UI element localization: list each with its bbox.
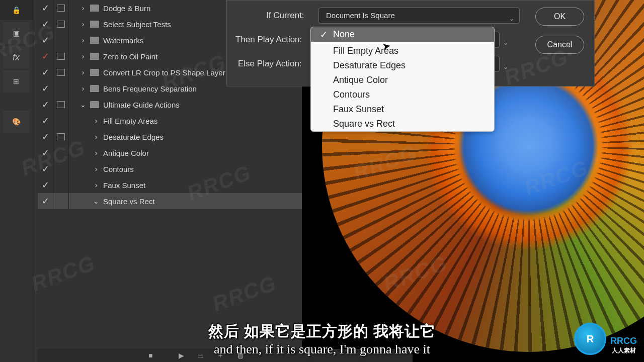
if-current-label: If Current: xyxy=(266,11,304,21)
folder-icon xyxy=(90,21,99,28)
expand-toggle[interactable]: › xyxy=(69,80,90,97)
dropdown-item-label: Faux Sunset xyxy=(333,104,384,114)
folder-icon xyxy=(90,85,99,92)
expand-toggle[interactable]: › xyxy=(69,16,90,32)
then-dropdown-open: ✓ None Fill Empty Areas Desaturate Edges… xyxy=(310,27,495,132)
artboards-icon[interactable]: ▣ xyxy=(3,22,29,44)
toggle-dialog[interactable] xyxy=(53,129,69,145)
stop-icon[interactable]: ■ xyxy=(148,351,152,359)
action-row[interactable]: ✓ › Antique Color xyxy=(38,145,302,161)
dropdown-item-label: None xyxy=(333,29,355,39)
toggle-check[interactable]: ✓ xyxy=(38,16,53,32)
toggle-dialog[interactable] xyxy=(53,48,69,64)
toggle-check[interactable]: ✓ xyxy=(38,129,53,145)
chevron-down-icon: ⌄ xyxy=(503,35,508,50)
toggle-check[interactable]: ✓ xyxy=(38,161,53,177)
toggle-dialog[interactable] xyxy=(53,177,69,193)
folder-icon xyxy=(90,101,99,108)
dropdown-item[interactable]: Desaturate Edges xyxy=(311,58,494,73)
action-label: Zero to Oil Paint xyxy=(103,52,157,61)
action-row[interactable]: ✓ › Desaturate Edges xyxy=(38,129,302,145)
action-row[interactable]: ✓ › Contours xyxy=(38,161,302,177)
folder-icon xyxy=(90,69,99,76)
expand-toggle[interactable]: › xyxy=(89,177,103,193)
action-label: Dodge & Burn xyxy=(103,4,150,13)
expand-toggle[interactable]: › xyxy=(69,32,90,48)
trash-icon[interactable]: 🗑 xyxy=(237,351,244,359)
expand-toggle[interactable]: › xyxy=(69,64,90,80)
left-toolbar: 🔒 ▣ fx ⊞ 🎨 xyxy=(0,0,33,362)
action-label: Convert LR Crop to PS Shape Layer xyxy=(103,68,225,77)
folder-icon xyxy=(90,53,99,60)
dropdown-item[interactable]: Contours xyxy=(311,87,494,102)
grid-icon[interactable]: ⊞ xyxy=(3,70,29,93)
expand-toggle[interactable]: › xyxy=(89,129,103,145)
logo-text: RRCG 人人素材 xyxy=(610,336,637,355)
expand-toggle[interactable]: › xyxy=(89,161,103,177)
dropdown-item-label: Antique Color xyxy=(333,75,388,85)
toggle-check[interactable]: ✓ xyxy=(38,64,53,80)
toggle-check[interactable]: ✓ xyxy=(38,80,53,97)
dropdown-item[interactable]: ✓ None xyxy=(311,27,494,42)
fx-icon[interactable]: fx xyxy=(3,46,29,68)
dropdown-item-label: Contours xyxy=(333,89,370,100)
logo-line2: 人人素材 xyxy=(610,346,637,355)
expand-toggle[interactable]: › xyxy=(69,0,90,16)
action-row[interactable]: ✓ › Faux Sunset xyxy=(38,177,302,193)
else-label: Else Play Action: xyxy=(238,59,302,69)
dropdown-item-label: Square vs Rect xyxy=(333,119,395,129)
expand-toggle[interactable]: › xyxy=(89,113,103,129)
expand-toggle[interactable]: › xyxy=(89,145,103,161)
toggle-check[interactable]: ✓ xyxy=(38,32,53,48)
toggle-dialog[interactable] xyxy=(53,145,69,161)
swatches-icon[interactable]: 🎨 xyxy=(3,111,29,133)
dropdown-item[interactable]: Antique Color xyxy=(311,73,494,87)
action-row[interactable]: ✓ ⌄ Square vs Rect xyxy=(38,193,302,209)
toggle-dialog[interactable] xyxy=(53,32,69,48)
toggle-check[interactable]: ✓ xyxy=(38,177,53,193)
dropdown-item[interactable]: Faux Sunset xyxy=(311,102,494,117)
if-current-value: Document Is Square xyxy=(326,11,395,20)
action-label: Desaturate Edges xyxy=(103,133,164,141)
folder-icon xyxy=(90,5,99,12)
watermark: RRCG xyxy=(28,251,99,296)
toggle-dialog[interactable] xyxy=(53,193,69,209)
toggle-dialog[interactable] xyxy=(53,161,69,177)
toggle-dialog[interactable] xyxy=(53,0,69,16)
if-current-dropdown[interactable]: Document Is Square ⌄ xyxy=(318,8,520,24)
folder-icon xyxy=(90,37,99,44)
toggle-check[interactable]: ✓ xyxy=(38,97,53,113)
lock-icon: 🔒 xyxy=(0,0,33,20)
checkmark-icon: ✓ xyxy=(320,29,328,40)
new-action-icon[interactable]: ＋ xyxy=(217,351,224,360)
toggle-check[interactable]: ✓ xyxy=(38,145,53,161)
action-row[interactable]: ✓ ⌄ Ultimate Guide Actions xyxy=(38,97,302,113)
toggle-dialog[interactable] xyxy=(53,97,69,113)
toggle-dialog[interactable] xyxy=(53,64,69,80)
cancel-button[interactable]: Cancel xyxy=(535,36,584,54)
dropdown-item[interactable]: Square vs Rect xyxy=(311,117,494,131)
action-row[interactable]: ✓ › Fill Empty Areas xyxy=(38,113,302,129)
toggle-check[interactable]: ✓ xyxy=(38,48,53,64)
logo-line1: RRCG xyxy=(610,336,637,346)
expand-toggle[interactable]: ⌄ xyxy=(89,193,103,209)
dropdown-item[interactable]: Fill Empty Areas xyxy=(311,44,494,58)
expand-toggle[interactable]: › xyxy=(69,48,90,64)
toggle-dialog[interactable] xyxy=(53,80,69,97)
toggle-check[interactable]: ✓ xyxy=(38,193,53,209)
new-set-icon[interactable]: ▭ xyxy=(197,351,204,359)
action-label: Antique Color xyxy=(103,149,149,157)
expand-toggle[interactable]: ⌄ xyxy=(69,97,90,113)
play-icon[interactable]: ▶ xyxy=(179,351,184,359)
toggle-dialog[interactable] xyxy=(53,113,69,129)
action-label: Watermarks xyxy=(103,36,143,45)
toggle-check[interactable]: ✓ xyxy=(38,0,53,16)
brand-logo: R RRCG 人人素材 xyxy=(574,323,637,355)
toggle-dialog[interactable] xyxy=(53,16,69,32)
actions-bottom-bar: ■ ▶ ▭ ＋ 🗑 xyxy=(38,349,413,362)
action-label: Select Subject Tests xyxy=(103,20,171,29)
dropdown-item-label: Desaturate Edges xyxy=(333,60,406,70)
toggle-check[interactable]: ✓ xyxy=(38,113,53,129)
action-label: Ultimate Guide Actions xyxy=(103,101,180,109)
ok-button[interactable]: OK xyxy=(535,8,584,26)
